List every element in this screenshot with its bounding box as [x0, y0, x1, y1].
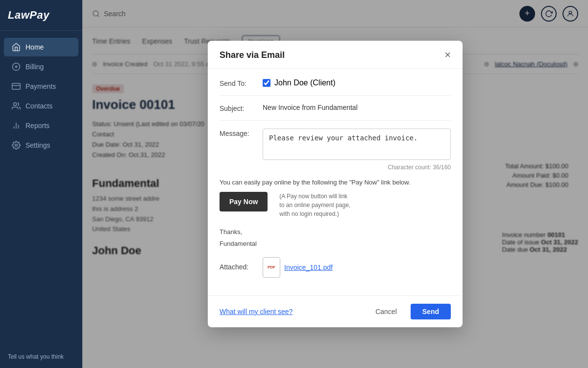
subject-row: Subject: New Invoice from Fundamental — [220, 104, 451, 112]
attached-file: PDF Invoice_101.pdf — [263, 257, 333, 278]
svg-rect-3 — [12, 83, 21, 89]
thanks-line2: Fundamental — [220, 238, 451, 249]
sidebar-item-home-label: Home — [25, 43, 44, 51]
svg-point-5 — [14, 103, 17, 105]
contacts-icon — [12, 102, 21, 110]
recipient-checkbox-wrap: John Doe (Client) — [263, 79, 336, 87]
logo-law: Law — [8, 9, 29, 21]
reports-icon — [12, 121, 21, 130]
home-icon — [12, 43, 21, 52]
pay-now-row: Pay Now (A Pay now button will linkto an… — [220, 192, 451, 218]
logo-text: LawPay — [8, 9, 74, 22]
send-to-label: Send To: — [220, 79, 255, 87]
logo-pay: Pay — [29, 9, 49, 21]
attached-label: Attached: — [220, 262, 255, 271]
message-label: Message: — [220, 129, 255, 137]
subject-label: Subject: — [220, 104, 255, 112]
modal-footer: What will my client see? Cancel Send — [208, 295, 463, 327]
pay-now-text: You can easily pay online by the followi… — [220, 179, 411, 186]
sidebar-item-settings[interactable]: Settings — [4, 136, 78, 155]
message-textarea[interactable] — [263, 129, 451, 160]
message-field-wrap: Character count: 36/160 — [263, 129, 451, 171]
attached-row-wrapper: Attached: PDF Invoice_101.pdf — [220, 255, 451, 278]
pay-now-note: (A Pay now button will linkto an online … — [279, 192, 350, 218]
sidebar-item-reports[interactable]: Reports — [4, 116, 78, 135]
sidebar-footer[interactable]: Tell us what you think — [0, 345, 82, 368]
thanks-section: Thanks, Fundamental — [220, 226, 451, 249]
payments-icon — [12, 82, 21, 91]
sidebar-item-payments-label: Payments — [25, 82, 56, 90]
divider-1 — [220, 95, 451, 96]
what-will-client-see-button[interactable]: What will my client see? — [220, 308, 293, 315]
sidebar-item-billing-label: Billing — [25, 63, 44, 71]
share-email-modal: Share via Email × Send To: John Doe (Cli… — [208, 41, 463, 327]
sidebar-item-contacts-label: Contacts — [25, 102, 52, 110]
sidebar-nav: Home Billing Payments Contacts Reports S… — [0, 31, 82, 345]
sidebar-item-settings-label: Settings — [25, 141, 50, 149]
sidebar-item-payments[interactable]: Payments — [4, 77, 78, 96]
sidebar-item-reports-label: Reports — [25, 122, 49, 130]
sidebar-item-contacts[interactable]: Contacts — [4, 97, 78, 115]
billing-icon — [12, 62, 21, 71]
divider-2 — [220, 120, 451, 121]
send-to-row: Send To: John Doe (Client) — [220, 79, 451, 87]
sidebar-item-billing[interactable]: Billing — [4, 57, 78, 76]
settings-icon — [12, 141, 21, 150]
sidebar: LawPay Home Billing Payments Contacts Re… — [0, 0, 82, 368]
modal-header: Share via Email × — [208, 41, 463, 69]
pay-now-button[interactable]: Pay Now — [220, 192, 268, 211]
modal-body: Send To: John Doe (Client) Subject: New … — [208, 69, 463, 295]
subject-value: New Invoice from Fundamental — [263, 104, 451, 111]
pdf-icon: PDF — [263, 257, 280, 278]
sidebar-item-home[interactable]: Home — [4, 38, 78, 56]
pay-now-section: You can easily pay online by the followi… — [220, 179, 451, 218]
modal-overlay: Share via Email × Send To: John Doe (Cli… — [82, 0, 588, 368]
thanks-line1: Thanks, — [220, 226, 451, 237]
cancel-button[interactable]: Cancel — [368, 304, 405, 319]
message-row: Message: Character count: 36/160 — [220, 129, 451, 171]
char-count: Character count: 36/160 — [263, 164, 451, 171]
svg-point-9 — [15, 144, 18, 147]
logo: LawPay — [0, 0, 82, 31]
modal-close-button[interactable]: × — [444, 50, 451, 60]
recipient-checkbox[interactable] — [263, 79, 270, 87]
recipient-name: John Doe (Client) — [274, 79, 336, 87]
main-content: Search + Time Entries Expenses Trust Req… — [82, 0, 588, 368]
pdf-filename[interactable]: Invoice_101.pdf — [284, 263, 333, 271]
modal-title: Share via Email — [220, 50, 285, 60]
send-button[interactable]: Send — [411, 304, 451, 319]
